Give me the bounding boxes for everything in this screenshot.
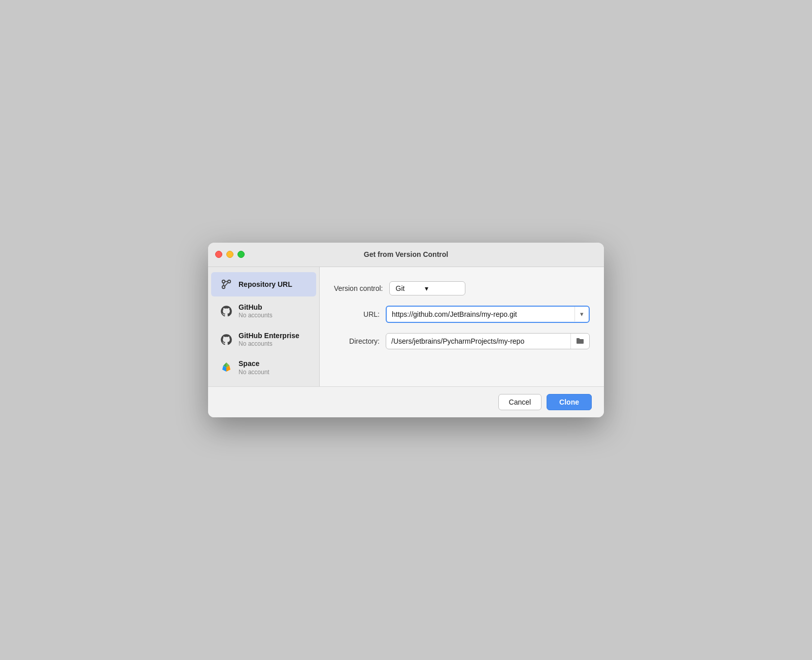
maximize-button[interactable] [238, 251, 245, 258]
dialog-footer: Cancel Clone [208, 386, 604, 417]
dialog-body: Repository URL GitHub No accounts [208, 267, 604, 386]
svg-line-5 [225, 283, 228, 286]
version-control-label: Version control: [334, 284, 383, 292]
sidebar-item-space[interactable]: Space No account [211, 354, 316, 381]
sidebar-item-github[interactable]: GitHub No accounts [211, 298, 316, 325]
sidebar-item-github-enterprise[interactable]: GitHub Enterprise No accounts [211, 326, 316, 353]
sidebar-item-github-enterprise-subtitle: No accounts [239, 340, 299, 348]
github-enterprise-icon [219, 333, 233, 347]
sidebar-item-repository-url-text: Repository URL [239, 280, 292, 289]
version-control-select[interactable]: Git ▾ [389, 281, 465, 295]
url-dropdown-button[interactable]: ▾ [574, 307, 589, 321]
traffic-lights [215, 251, 245, 258]
sidebar-item-space-subtitle: No account [239, 369, 269, 377]
close-button[interactable] [215, 251, 222, 258]
directory-input-wrapper [386, 333, 590, 349]
svg-point-1 [228, 280, 231, 283]
sidebar-item-space-title: Space [239, 359, 269, 368]
browse-folder-button[interactable] [570, 334, 589, 349]
url-input[interactable] [387, 307, 574, 322]
version-control-value: Git [396, 284, 405, 292]
sidebar-item-space-text: Space No account [239, 359, 269, 376]
dialog-title: Get from Version Control [364, 250, 448, 258]
cancel-button[interactable]: Cancel [498, 394, 542, 410]
directory-row: Directory: [334, 333, 590, 349]
vcs-icon [219, 277, 233, 291]
sidebar-item-repository-url-title: Repository URL [239, 280, 292, 289]
sidebar-item-repository-url[interactable]: Repository URL [211, 272, 316, 296]
minimize-button[interactable] [226, 251, 233, 258]
github-icon [219, 304, 233, 318]
space-icon [219, 360, 233, 375]
sidebar: Repository URL GitHub No accounts [208, 267, 320, 386]
content-spacer [334, 359, 590, 372]
sidebar-item-github-subtitle: No accounts [239, 312, 273, 320]
directory-input[interactable] [386, 334, 570, 349]
svg-point-0 [222, 280, 225, 283]
url-row: URL: ▾ [334, 306, 590, 323]
sidebar-item-github-enterprise-text: GitHub Enterprise No accounts [239, 331, 299, 348]
version-control-row: Version control: Git ▾ [334, 281, 590, 295]
dialog-window: Get from Version Control Re [208, 243, 604, 417]
url-label: URL: [334, 310, 380, 318]
main-content: Version control: Git ▾ URL: ▾ Directory: [320, 267, 604, 386]
svg-point-2 [222, 286, 225, 289]
clone-button[interactable]: Clone [547, 394, 592, 410]
directory-label: Directory: [334, 337, 380, 345]
sidebar-item-github-title: GitHub [239, 303, 273, 312]
sidebar-item-github-text: GitHub No accounts [239, 303, 273, 320]
sidebar-item-github-enterprise-title: GitHub Enterprise [239, 331, 299, 340]
title-bar: Get from Version Control [208, 243, 604, 267]
chevron-down-icon: ▾ [425, 284, 428, 292]
url-input-wrapper: ▾ [386, 306, 590, 323]
